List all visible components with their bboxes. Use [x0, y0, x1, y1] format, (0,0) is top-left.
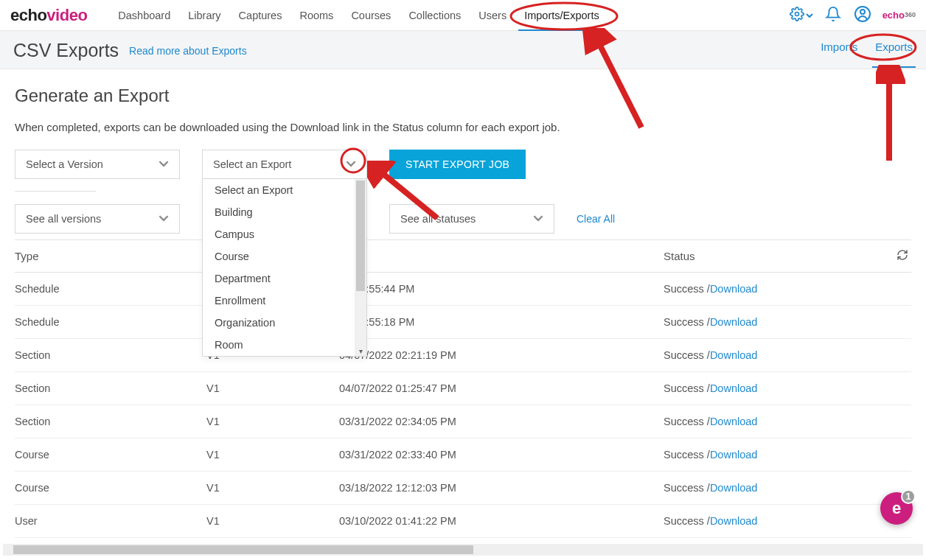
- brand-part1: echo: [10, 6, 46, 24]
- cell-type: Course: [15, 472, 206, 505]
- nav-courses[interactable]: Courses: [342, 0, 400, 31]
- scrollbar-down-arrow-icon[interactable]: ▾: [357, 347, 364, 355]
- status-divider: /: [704, 316, 710, 328]
- start-export-button[interactable]: START EXPORT JOB: [389, 150, 526, 179]
- table-row: SectionV104/07/2022 02:21:19 PMSuccess /…: [15, 339, 911, 372]
- export-option[interactable]: Enrollment: [203, 290, 366, 312]
- nav-library[interactable]: Library: [179, 0, 229, 31]
- col-status[interactable]: Status: [664, 240, 880, 273]
- status-divider: /: [704, 482, 710, 494]
- cell-empty: [880, 306, 911, 339]
- cell-date: 03/31/2022 02:34:05 PM: [339, 405, 664, 438]
- cell-status: Success /Download: [664, 472, 880, 505]
- select-export-label: Select an Export: [213, 158, 291, 170]
- download-link[interactable]: Download: [710, 449, 758, 461]
- settings-menu[interactable]: [790, 7, 813, 24]
- status-text: Success: [664, 283, 704, 295]
- col-refresh: [880, 240, 911, 273]
- account-button[interactable]: [853, 6, 872, 25]
- help-launcher[interactable]: e 1: [880, 492, 913, 525]
- topbar-right: echo360: [790, 6, 916, 25]
- download-link[interactable]: Download: [710, 482, 758, 494]
- gear-icon: [790, 7, 804, 24]
- cell-empty: [880, 405, 911, 438]
- cell-date: 04/07/2022 02:21:19 PM: [339, 339, 664, 372]
- status-text: Success: [664, 449, 704, 461]
- select-export[interactable]: Select an Export: [202, 150, 367, 179]
- filter-versions[interactable]: See all versions: [15, 204, 180, 234]
- user-circle-icon: [854, 5, 871, 25]
- generate-subtitle: When completed, exports can be downloade…: [15, 121, 911, 133]
- cell-date: 03/31/2022 02:33:40 PM: [339, 438, 664, 472]
- export-option[interactable]: Select an Export: [203, 179, 366, 201]
- mini-logo-part2: 360: [905, 11, 916, 18]
- cell-version: V1: [206, 372, 339, 405]
- main-content: Generate an Export When completed, expor…: [0, 69, 926, 545]
- svg-point-0: [795, 13, 798, 16]
- status-divider: /: [704, 416, 710, 427]
- status-divider: /: [704, 283, 710, 295]
- chevron-down-icon: [159, 158, 169, 171]
- cell-status: Success /Download: [664, 405, 880, 438]
- cell-type: Section: [15, 372, 206, 405]
- export-option[interactable]: Building: [203, 201, 366, 223]
- status-text: Success: [664, 316, 704, 328]
- status-text: Success: [664, 382, 704, 394]
- filter-statuses-label: See all statuses: [400, 213, 476, 225]
- scrollbar-thumb[interactable]: [356, 181, 365, 291]
- subtab-imports[interactable]: Imports: [821, 41, 857, 60]
- cell-type: User: [15, 505, 206, 538]
- nav-captures[interactable]: Captures: [230, 0, 291, 31]
- col-type[interactable]: Type: [15, 240, 206, 273]
- subtab-exports[interactable]: Exports: [875, 41, 913, 60]
- generate-heading: Generate an Export: [15, 85, 911, 106]
- cell-empty: [880, 372, 911, 405]
- status-divider: /: [704, 449, 710, 461]
- download-link[interactable]: Download: [710, 349, 758, 361]
- table-row: CourseV103/18/2022 12:12:03 PMSuccess /D…: [15, 472, 911, 505]
- chevron-down-icon: [533, 213, 543, 225]
- chevron-down-icon: [159, 213, 169, 225]
- nav-dashboard[interactable]: Dashboard: [109, 0, 179, 31]
- export-option[interactable]: Room: [203, 334, 366, 356]
- download-link[interactable]: Download: [710, 283, 758, 295]
- table-row: CourseV103/31/2022 02:33:40 PMSuccess /D…: [15, 438, 911, 472]
- dropdown-scrollbar[interactable]: ▾: [355, 179, 366, 356]
- notifications-button[interactable]: [824, 6, 843, 25]
- brand-logo[interactable]: echovideo: [10, 6, 87, 25]
- export-option[interactable]: Course: [203, 245, 366, 267]
- status-text: Success: [664, 349, 704, 361]
- col-date: [339, 240, 664, 273]
- cell-status: Success /Download: [664, 306, 880, 339]
- table-row: UserV103/10/2022 01:41:22 PMSuccess /Dow…: [15, 505, 911, 538]
- download-link[interactable]: Download: [710, 416, 758, 427]
- refresh-icon[interactable]: [897, 251, 908, 263]
- cell-empty: [880, 273, 911, 306]
- cell-empty: [880, 339, 911, 372]
- horizontal-scrollbar[interactable]: [3, 544, 923, 545]
- clear-all-link[interactable]: Clear All: [577, 213, 615, 225]
- cell-date: 03/18/2022 12:12:03 PM: [339, 472, 664, 505]
- download-link[interactable]: Download: [710, 316, 758, 328]
- select-version[interactable]: Select a Version: [15, 150, 180, 179]
- nav-rooms[interactable]: Rooms: [290, 0, 342, 31]
- nav-collections[interactable]: Collections: [400, 0, 470, 31]
- vendor-mini-logo[interactable]: echo360: [883, 10, 916, 21]
- export-option[interactable]: Organization: [203, 312, 366, 334]
- cell-type: Schedule: [15, 273, 206, 306]
- cell-type: Section: [15, 339, 206, 372]
- download-link[interactable]: Download: [710, 382, 758, 394]
- nav-users[interactable]: Users: [470, 0, 515, 31]
- learn-more-link[interactable]: Read more about Exports: [129, 45, 247, 57]
- cell-date: 04/07/2022 01:25:47 PM: [339, 372, 664, 405]
- download-link[interactable]: Download: [710, 515, 758, 527]
- cell-version: V1: [206, 472, 339, 505]
- export-option[interactable]: Department: [203, 267, 366, 290]
- page-title: CSV Exports: [13, 40, 119, 61]
- cell-type: Schedule: [15, 306, 206, 339]
- filters-row: See all versions See all statuses Clear …: [15, 204, 911, 234]
- status-text: Success: [664, 482, 704, 494]
- filter-statuses[interactable]: See all statuses: [389, 204, 554, 234]
- nav-imports-exports[interactable]: Imports/Exports: [515, 0, 608, 31]
- export-option[interactable]: Campus: [203, 223, 366, 245]
